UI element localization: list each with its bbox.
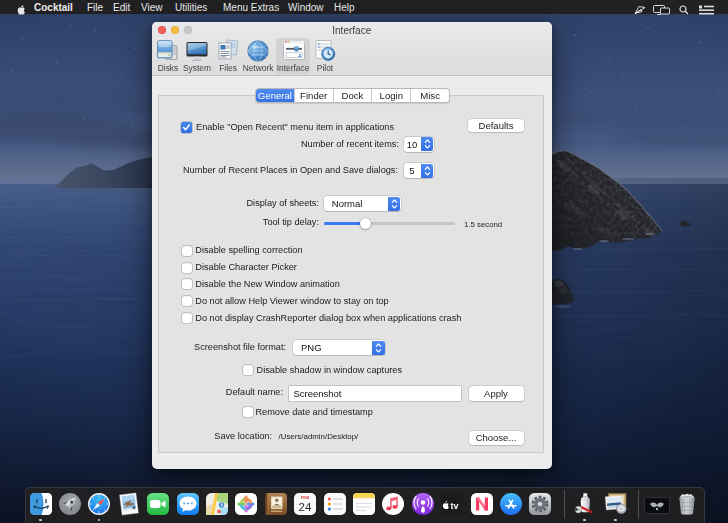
svg-text:24: 24 — [299, 501, 312, 513]
svg-text:tv: tv — [451, 501, 459, 511]
svg-text:FEB: FEB — [301, 495, 309, 500]
